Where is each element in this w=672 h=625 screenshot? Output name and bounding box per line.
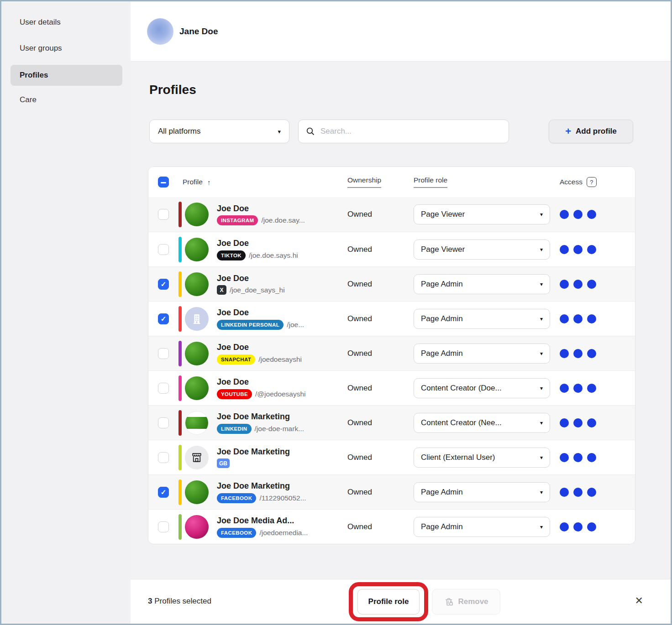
ownership-value: Owned (347, 453, 414, 462)
ownership-value: Owned (347, 245, 414, 254)
profile-handle: /joe_doe_says_hi (230, 286, 285, 294)
access-dot (573, 314, 583, 323)
profile-role-value: Content Creator (Doe... (421, 384, 502, 393)
profile-role-dropdown[interactable]: Content Creator (Nee... ▾ (414, 413, 550, 433)
sidebar-item-care[interactable]: Care (20, 95, 37, 104)
help-icon[interactable]: ? (587, 177, 597, 187)
profile-name: Joe Doe (217, 377, 306, 387)
access-dots (560, 453, 635, 462)
ownership-value: Owned (347, 280, 414, 289)
profile-role-dropdown[interactable]: Page Admin ▾ (414, 309, 550, 329)
search-input[interactable] (320, 127, 501, 136)
caret-down-icon: ▾ (278, 128, 281, 135)
add-profile-button[interactable]: + Add profile (549, 120, 633, 143)
profile-role-dropdown[interactable]: Page Admin ▾ (414, 517, 550, 537)
access-dot (587, 280, 596, 289)
user-header: Jane Doe (131, 1, 671, 62)
profile-role-dropdown[interactable]: Page Viewer ▾ (414, 240, 550, 260)
sidebar-item-user-groups[interactable]: User groups (20, 44, 62, 53)
access-dot (587, 418, 596, 427)
access-dot (560, 384, 569, 393)
close-icon[interactable]: ✕ (635, 595, 643, 607)
platform-badge: GB (217, 458, 230, 468)
platform-badge: FACEBOOK (217, 493, 256, 503)
select-all-checkbox[interactable] (158, 177, 169, 188)
row-checkbox[interactable] (158, 209, 169, 220)
platform-filter-dropdown[interactable]: All platforms ▾ (149, 120, 289, 143)
row-checkbox[interactable] (158, 521, 169, 532)
profile-handle: /joedoesayshi (258, 355, 302, 364)
ownership-value: Owned (347, 488, 414, 497)
profile-handle: /joe-doe-mark... (255, 425, 304, 433)
profile-role-button[interactable]: Profile role (357, 589, 420, 615)
profile-role-dropdown[interactable]: Page Admin ▾ (414, 274, 550, 294)
row-checkbox[interactable] (158, 348, 169, 359)
profile-role-value: Page Admin (421, 349, 463, 358)
profiles-table: Profile ↑ Ownership Profile role Access … (148, 167, 635, 544)
profile-role-value: Page Viewer (421, 245, 465, 254)
profile-role-dropdown[interactable]: Page Viewer ▾ (414, 204, 550, 224)
profile-color-bar (178, 514, 182, 540)
profile-name: Joe Doe Marketing (217, 411, 304, 422)
user-name: Jane Doe (179, 26, 218, 36)
table-row: Joe Doe SNAPCHAT /joedoesayshi Owned Pag… (148, 336, 635, 370)
access-dot (560, 349, 569, 358)
caret-down-icon: ▾ (540, 211, 543, 218)
profile-role-value: Content Creator (Nee... (421, 418, 502, 427)
sidebar-item-user-details[interactable]: User details (20, 18, 61, 27)
caret-down-icon: ▾ (540, 281, 543, 287)
access-dot (560, 314, 569, 323)
ownership-value: Owned (347, 418, 414, 427)
ownership-value: Owned (347, 349, 414, 358)
profile-handle: /joe.doe.says.hi (249, 251, 298, 260)
access-dot (573, 488, 583, 497)
profile-handle: /joe.doe.say... (261, 216, 304, 224)
table-row: Joe Doe Marketing LINKEDIN /joe-doe-mark… (148, 405, 635, 440)
access-dot (573, 210, 583, 219)
access-dot (587, 245, 596, 254)
access-dot (573, 280, 583, 289)
access-dots (560, 280, 635, 289)
access-dot (560, 522, 569, 531)
profile-name: Joe Doe Marketing (217, 481, 306, 491)
column-header-ownership[interactable]: Ownership (347, 176, 381, 188)
row-checkbox[interactable] (158, 487, 169, 498)
row-checkbox[interactable] (158, 452, 169, 463)
sidebar-item-profiles[interactable]: Profiles (10, 65, 122, 86)
row-checkbox[interactable] (158, 244, 169, 255)
access-dot (560, 210, 569, 219)
caret-down-icon: ▾ (540, 350, 543, 357)
profile-name: Joe Doe (217, 342, 302, 353)
table-body: Joe Doe INSTAGRAM /joe.doe.say... Owned … (148, 197, 635, 544)
column-header-profile-role[interactable]: Profile role (414, 176, 447, 188)
profile-role-value: Client (External User) (421, 453, 495, 462)
profile-role-dropdown[interactable]: Content Creator (Doe... ▾ (414, 378, 550, 398)
profile-role-dropdown[interactable]: Page Admin ▾ (414, 344, 550, 364)
row-checkbox[interactable] (158, 313, 169, 324)
ownership-value: Owned (347, 210, 414, 219)
access-dot (587, 314, 596, 323)
platform-badge: SNAPCHAT (217, 354, 255, 365)
profile-role-value: Page Admin (421, 280, 463, 289)
profile-color-bar (178, 271, 182, 297)
row-checkbox[interactable] (158, 383, 169, 394)
column-header-profile[interactable]: Profile (183, 178, 203, 186)
remove-button[interactable]: Remove (432, 589, 500, 615)
access-dot (587, 488, 596, 497)
profile-role-dropdown[interactable]: Page Admin ▾ (414, 482, 550, 502)
profile-role-dropdown[interactable]: Client (External User) ▾ (414, 448, 550, 468)
access-dots (560, 210, 635, 219)
profile-handle: /joedoemedia... (259, 529, 308, 537)
user-avatar (147, 18, 173, 45)
profile-handle: /@joedoesayshi (255, 390, 306, 398)
search-box[interactable] (298, 120, 509, 143)
profile-name: Joe Doe Media Ad... (217, 516, 308, 526)
profile-avatar (185, 342, 209, 365)
access-dot (587, 522, 596, 531)
row-checkbox[interactable] (158, 417, 169, 428)
access-dot (573, 418, 583, 427)
sort-up-icon[interactable]: ↑ (207, 178, 211, 186)
row-checkbox[interactable] (158, 279, 169, 290)
search-icon (306, 127, 315, 136)
platform-badge: LINKEDIN (217, 424, 252, 434)
